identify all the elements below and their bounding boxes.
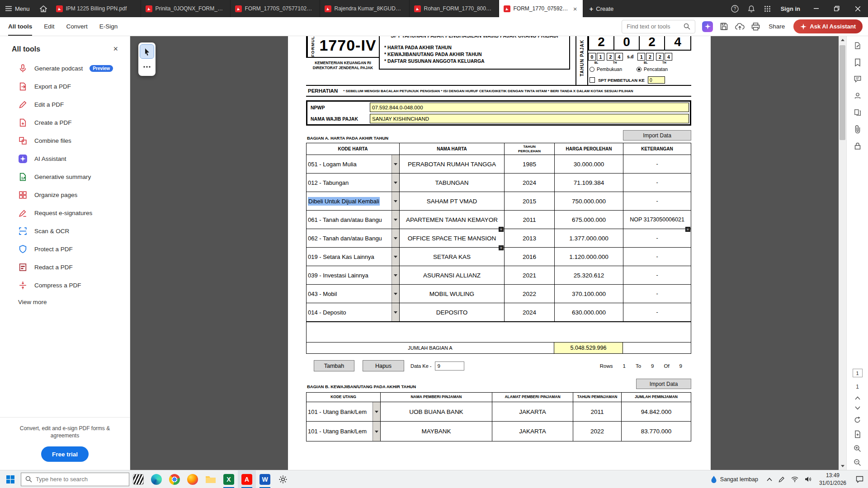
tambah-button[interactable]: Tambah [314, 360, 354, 371]
current-page-field[interactable]: 1 [853, 369, 863, 377]
overflow-indicator-icon[interactable]: + [499, 245, 504, 250]
nama-harta-cell[interactable]: SAHAM PT VMAD [400, 192, 505, 210]
tahun-cell[interactable]: 2022 [505, 285, 555, 303]
radio-unchecked-icon[interactable] [590, 67, 594, 72]
annotate-button[interactable] [854, 42, 862, 50]
sidebar-item-scan-ocr[interactable]: Scan & OCR [0, 222, 130, 240]
protection-button[interactable] [854, 142, 861, 150]
notifications-button[interactable] [743, 0, 760, 17]
hapus-button[interactable]: Hapus [363, 360, 404, 371]
menu-button[interactable]: Menu [0, 0, 35, 17]
doc-tab[interactable]: Rohan_FORM_1770_800138034... [410, 0, 499, 17]
kode-harta-value[interactable]: 039 - Investasi Lainnya [308, 272, 368, 279]
taskbar-app-acrobat[interactable]: A [238, 470, 256, 488]
tab-all-tools[interactable]: All tools [8, 17, 32, 36]
tab-convert[interactable]: Convert [66, 17, 88, 36]
kode-harta-cell[interactable]: 062 - Tanah dan/atau Bangu [307, 229, 400, 247]
dropdown-arrow-icon[interactable] [392, 155, 399, 173]
sidebar-item-generative-summary[interactable]: Generative summary [0, 168, 130, 186]
free-trial-button[interactable]: Free trial [41, 446, 89, 462]
dropdown-arrow-icon[interactable] [392, 303, 399, 321]
kode-utang-value[interactable]: 101 - Utang Bank/Lem [308, 408, 367, 415]
dropdown-arrow-icon[interactable] [392, 174, 399, 192]
tahun-cell[interactable]: 2015 [505, 192, 555, 210]
harga-cell[interactable]: 750.000.000 [555, 192, 623, 210]
radio-checked-icon[interactable] [637, 67, 642, 72]
harga-cell[interactable]: 30.000.000 [555, 155, 623, 173]
kode-harta-value[interactable]: 014 - Deposito [308, 309, 346, 316]
keterangan-cell[interactable]: - [623, 266, 691, 284]
kode-harta-value[interactable]: 012 - Tabungan [308, 179, 349, 186]
dropdown-arrow-icon[interactable] [392, 285, 399, 303]
restore-button[interactable] [826, 0, 847, 17]
page-thumbnails-button[interactable] [854, 108, 862, 117]
nama-harta-cell[interactable]: TABUNGAN [400, 174, 505, 192]
tahun-cell[interactable]: 2013 [505, 229, 555, 247]
select-tool-button[interactable] [140, 45, 154, 58]
alamat-cell[interactable]: JAKARTA [492, 402, 573, 421]
tahun-peminjaman-cell[interactable]: 2022 [573, 422, 622, 441]
help-button[interactable]: ? [726, 0, 743, 17]
nama-harta-cell[interactable]: PERABOTAN RUMAH TANGGA [400, 155, 505, 173]
kode-harta-value-selected[interactable]: Dibeli Untuk Dijual Kembali [308, 197, 380, 206]
sidebar-item-create-pdf[interactable]: Create a PDF [0, 113, 130, 131]
sidebar-item-request-esignatures[interactable]: Request e-signatures [0, 204, 130, 222]
sidebar-item-protect-pdf[interactable]: Protect a PDF [0, 240, 130, 258]
keterangan-cell[interactable]: - [623, 229, 691, 247]
home-button[interactable] [35, 0, 52, 17]
nama-harta-cell[interactable]: MOBIL WULING [400, 285, 505, 303]
print-button[interactable] [751, 23, 760, 31]
nama-harta-cell[interactable]: APARTEMEN TAMAN KEMAYOR [400, 211, 505, 229]
kode-harta-cell[interactable]: 014 - Deposito [307, 303, 400, 321]
sidebar-item-organize-pages[interactable]: Organize pages [0, 186, 130, 204]
kode-utang-value[interactable]: 101 - Utang Bank/Lem [308, 428, 367, 435]
kode-harta-value[interactable]: 061 - Tanah dan/atau Bangu [308, 216, 382, 223]
more-tools-button[interactable] [140, 60, 154, 74]
start-button[interactable] [0, 470, 21, 488]
previous-page-button[interactable] [855, 396, 860, 400]
tahun-cell[interactable]: 2011 [505, 211, 555, 229]
tahun-cell[interactable]: 2016 [505, 248, 555, 266]
keterangan-cell[interactable]: - [623, 303, 691, 321]
harga-cell[interactable]: 370.100.000 [555, 285, 623, 303]
nama-field[interactable]: SANJAY KISHINCHAND [370, 114, 689, 123]
harga-cell[interactable]: 675.000.000 [555, 211, 623, 229]
doc-tab[interactable]: Prinita_0JOQNX_FORM_1770_4... [141, 0, 231, 17]
nama-pemberi-cell[interactable]: MAYBANK [381, 422, 492, 441]
ai-tools-button[interactable] [702, 21, 713, 32]
nama-harta-cell[interactable]: ASURANSI ALLIANZ [400, 266, 505, 284]
refresh-button[interactable] [854, 416, 861, 424]
dropdown-arrow-icon[interactable] [392, 248, 399, 266]
apps-button[interactable] [760, 0, 775, 17]
keterangan-cell[interactable]: - [623, 248, 691, 266]
scrollbar-thumb[interactable] [840, 45, 845, 140]
upload-cloud-button[interactable] [735, 23, 745, 30]
taskbar-app-zebra[interactable] [129, 470, 147, 488]
action-center-button[interactable] [851, 470, 868, 488]
overflow-indicator-icon[interactable]: + [499, 227, 504, 232]
find-input[interactable] [627, 23, 680, 30]
harga-cell[interactable]: 630.000.000 [555, 303, 623, 321]
sidebar-item-compress-pdf[interactable]: Compress a PDF [0, 276, 130, 294]
harga-cell[interactable]: 25.320.612 [555, 266, 623, 284]
jumlah-value-field[interactable]: 5.048.529.996 [554, 343, 623, 353]
kode-harta-cell[interactable]: 019 - Setara Kas Lainnya [307, 248, 400, 266]
tab-edit[interactable]: Edit [44, 17, 54, 36]
dropdown-arrow-icon[interactable] [373, 422, 380, 441]
show-hidden-icons-button[interactable] [764, 478, 775, 481]
kode-harta-value[interactable]: 051 - Logam Mulia [308, 161, 357, 168]
nama-harta-cell[interactable]: OFFICE SPACE THE MANSION [400, 229, 505, 247]
pen-tray-icon[interactable] [775, 476, 788, 483]
keterangan-cell[interactable]: - [623, 192, 691, 210]
scroll-up-icon[interactable] [839, 36, 846, 44]
sidebar-item-ai-assistant[interactable]: AI Assistant [0, 150, 130, 168]
close-button[interactable] [847, 0, 868, 17]
doc-tab[interactable]: Rajendra Kumar_8KGUDR_FOR... [320, 0, 410, 17]
dropdown-arrow-icon[interactable] [373, 402, 380, 421]
dropdown-arrow-icon[interactable] [392, 211, 399, 229]
alamat-cell[interactable]: JAKARTA [492, 422, 573, 441]
kode-harta-value[interactable]: 019 - Setara Kas Lainnya [308, 253, 374, 260]
save-button[interactable] [720, 22, 728, 31]
pembukuan-option[interactable]: Pembukuan [590, 66, 622, 72]
doc-tab[interactable]: FORM_1770S_075771022014000... [231, 0, 320, 17]
